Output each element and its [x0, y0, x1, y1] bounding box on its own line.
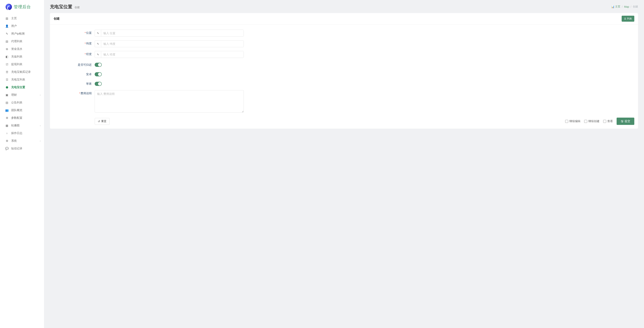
location-input[interactable] — [101, 30, 244, 36]
dashboard-icon: 📊 — [611, 6, 614, 8]
file-icon: ▤ — [5, 101, 8, 104]
sidebar-item-label: 提现列表 — [11, 63, 22, 66]
sidebar-item-agent-list[interactable]: ▤代理列表 — [0, 38, 44, 45]
field-fee-desc: *费用说明 — [54, 90, 634, 113]
chart-bar-icon: ▥ — [5, 17, 8, 20]
field-android: 安卓 — [54, 71, 634, 77]
sidebar-item-label: 参数配置 — [11, 116, 22, 120]
sidebar-item-finance[interactable]: ▣理财‹ — [0, 91, 44, 99]
breadcrumb-sep: / — [622, 5, 622, 8]
pencil-icon: ✎ — [95, 51, 101, 58]
label-location: *位置 — [54, 30, 95, 35]
sidebar-item-team-overview[interactable]: 👥团队概览 — [0, 106, 44, 114]
sidebar: 管理后台 ▥主页 👤用户 ✎用户ip检测 ▤代理列表 ⧉资金流水 ◧充值列表 ☑… — [0, 0, 44, 328]
sidebar-item-carousel[interactable]: ▦轮播图‹ — [0, 122, 44, 129]
submit-button[interactable]: 🖫提交 — [616, 118, 634, 125]
label-returnable: 是否可归还 — [54, 62, 95, 67]
label-location-text: 位置 — [86, 31, 92, 34]
reset-button[interactable]: ↺重置 — [95, 118, 110, 125]
breadcrumb-home[interactable]: 📊主页 — [611, 5, 620, 9]
breadcrumb-map[interactable]: Map — [624, 5, 629, 8]
label-apple: 苹果 — [54, 81, 95, 86]
pencil-icon: ✎ — [95, 30, 101, 36]
label-fee-desc-text: 费用说明 — [80, 92, 92, 95]
sidebar-item-withdraw[interactable]: ☑提现列表 — [0, 61, 44, 68]
input-group-longitude: ✎ — [95, 51, 244, 58]
sidebar-item-label: 用户ip检测 — [11, 32, 24, 36]
sidebar-item-param-config[interactable]: ⚙︎参数配置 — [0, 114, 44, 122]
sidebar-item-home[interactable]: ▥主页 — [0, 15, 44, 22]
chevron-left-icon: ‹ — [40, 140, 40, 142]
field-latitude: *纬度 ✎ — [54, 40, 634, 47]
sidebar-item-label: 系统 — [11, 139, 17, 143]
view-checkbox[interactable] — [603, 120, 606, 123]
continue-create-checkbox[interactable] — [584, 120, 587, 123]
list-icon: ☰ — [5, 71, 8, 73]
sidebar-item-purchase-records[interactable]: ☰充电宝购买记录 — [0, 68, 44, 76]
sidebar-item-label: 团队概览 — [11, 108, 22, 112]
list-alt-icon: ☲ — [5, 78, 8, 81]
square-a-icon: ◧ — [5, 55, 8, 58]
gears-icon: ⚙︎ — [5, 116, 8, 119]
input-group-latitude: ✎ — [95, 40, 244, 47]
continue-create-label: 继续创建 — [588, 119, 600, 123]
continue-edit-option[interactable]: 继续编辑 — [565, 119, 580, 123]
map-pin-icon: ⬢ — [5, 86, 8, 89]
longitude-input[interactable] — [101, 51, 244, 58]
users-icon: 👥 — [5, 109, 8, 112]
sidebar-nav: ▥主页 👤用户 ✎用户ip检测 ▤代理列表 ⧉资金流水 ◧充值列表 ☑提现列表 … — [0, 14, 44, 153]
signature-icon: ✎ — [5, 32, 8, 35]
label-latitude-text: 纬度 — [86, 42, 92, 45]
sidebar-item-system[interactable]: ⚙系统‹ — [0, 137, 44, 145]
submit-button-label: 提交 — [624, 119, 630, 123]
chat-icon: 💬 — [5, 147, 8, 150]
sidebar-item-users[interactable]: 👤用户 — [0, 22, 44, 30]
brand-logo — [6, 4, 12, 10]
field-returnable: 是否可归还 — [54, 62, 634, 67]
breadcrumb: 📊主页 / Map / 创建 — [611, 5, 638, 9]
sidebar-item-label: 公告列表 — [11, 101, 22, 104]
list-button[interactable]: ☰列表 — [622, 16, 634, 22]
sidebar-item-announcements[interactable]: ▤公告列表 — [0, 99, 44, 106]
sidebar-item-label: 主页 — [11, 17, 17, 20]
returnable-toggle[interactable] — [95, 63, 102, 67]
sidebar-item-label: 充电宝购买记录 — [11, 70, 31, 74]
page-title: 充电宝位置 创建 — [50, 4, 80, 10]
sidebar-item-label: 理财 — [11, 93, 17, 97]
archive-icon: ▣ — [5, 94, 8, 96]
sidebar-item-funds[interactable]: ⧉资金流水 — [0, 45, 44, 53]
image-icon: ▦ — [5, 124, 8, 127]
sidebar-item-label: 代理列表 — [11, 40, 22, 43]
sidebar-item-label: 操作日志 — [11, 131, 22, 135]
sidebar-item-sms-records[interactable]: 💬短信记录 — [0, 145, 44, 152]
sidebar-item-powerbank-location[interactable]: ⬢充电宝位置 — [0, 83, 44, 91]
page-header: 充电宝位置 创建 📊主页 / Map / 创建 — [50, 4, 638, 10]
sidebar-item-label: 用户 — [11, 24, 17, 28]
fee-desc-textarea[interactable] — [95, 90, 244, 113]
continue-create-option[interactable]: 继续创建 — [584, 119, 600, 123]
pencil-icon: ✎ — [95, 41, 101, 47]
label-longitude-text: 经度 — [86, 53, 92, 56]
label-longitude: *经度 — [54, 51, 95, 56]
check-square-icon: ☑ — [5, 63, 8, 66]
page-subtitle: 创建 — [74, 6, 80, 9]
latitude-input[interactable] — [101, 41, 244, 47]
card-header: 创建 ☰列表 — [50, 13, 638, 25]
continue-edit-checkbox[interactable] — [565, 120, 568, 123]
sidebar-item-recharge[interactable]: ◧充值列表 — [0, 53, 44, 61]
continue-edit-label: 继续编辑 — [569, 119, 580, 123]
view-option[interactable]: 查看 — [603, 119, 613, 123]
apple-toggle[interactable] — [95, 82, 102, 86]
sidebar-item-user-ip[interactable]: ✎用户ip检测 — [0, 30, 44, 38]
user-icon: 👤 — [5, 25, 8, 28]
field-apple: 苹果 — [54, 81, 634, 86]
sidebar-item-label: 资金流水 — [11, 47, 22, 51]
sidebar-item-action-log[interactable]: ○操作日志 — [0, 129, 44, 137]
sidebar-item-label: 充电宝位置 — [11, 85, 25, 89]
android-toggle[interactable] — [95, 72, 102, 76]
card-title: 创建 — [54, 17, 60, 21]
brand-name: 管理后台 — [14, 4, 31, 10]
sidebar-item-label: 充值列表 — [11, 55, 22, 58]
sidebar-item-label: 充电宝列表 — [11, 78, 25, 81]
sidebar-item-powerbank-list[interactable]: ☲充电宝列表 — [0, 76, 44, 83]
